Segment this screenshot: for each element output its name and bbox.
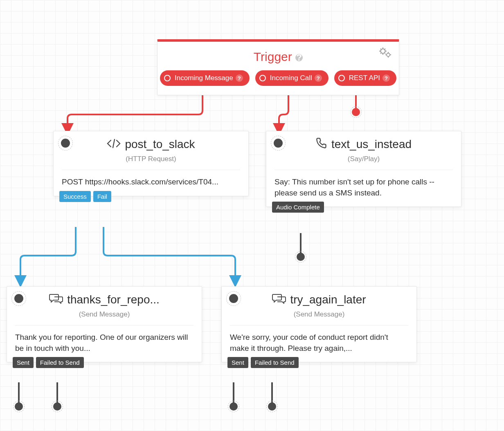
widget-body: Say: This number isn't set up for phone … xyxy=(274,177,453,198)
output-tags: Success Fail xyxy=(59,191,111,202)
input-port[interactable] xyxy=(272,137,284,149)
output-tags: Audio Complete xyxy=(272,202,324,213)
widget-name: thanks_for_repo... xyxy=(67,293,160,306)
trigger-option-incoming-call[interactable]: Incoming Call ? xyxy=(255,70,328,86)
trigger-node[interactable]: Trigger ? Incoming Message ? Incoming Ca… xyxy=(157,39,399,95)
port-trigger-restapi[interactable] xyxy=(352,108,360,116)
radio-icon xyxy=(259,75,266,81)
svg-point-6 xyxy=(381,49,385,54)
widget-type: (Send Message) xyxy=(230,310,408,325)
radio-icon xyxy=(164,75,171,81)
widget-type: (Send Message) xyxy=(15,310,194,325)
help-icon[interactable]: ? xyxy=(315,74,322,82)
port-thanks-failed[interactable] xyxy=(53,402,61,411)
widget-type: (HTTP Request) xyxy=(62,155,240,170)
radio-icon xyxy=(338,75,345,81)
code-icon xyxy=(107,138,121,150)
input-port[interactable] xyxy=(227,292,240,305)
widget-body: POST https://hooks.slack.com/services/T0… xyxy=(62,177,240,188)
message-icon xyxy=(272,293,286,306)
trigger-title: Trigger ? xyxy=(163,50,393,64)
phone-icon xyxy=(316,138,327,151)
widget-thanks-for-reporting[interactable]: thanks_for_repo... (Send Message) Thank … xyxy=(7,286,202,362)
svg-point-15 xyxy=(387,53,390,56)
widget-name: try_again_later xyxy=(290,293,366,306)
output-sent[interactable]: Sent xyxy=(13,357,34,368)
svg-line-14 xyxy=(385,49,385,49)
svg-line-12 xyxy=(385,53,385,54)
output-failed[interactable]: Failed to Send xyxy=(251,357,299,368)
svg-line-13 xyxy=(380,53,381,54)
gears-icon[interactable] xyxy=(379,47,392,60)
svg-line-11 xyxy=(380,49,381,49)
widget-try-again-later[interactable]: try_again_later (Send Message) We're sor… xyxy=(221,286,417,362)
output-failed[interactable]: Failed to Send xyxy=(36,357,84,368)
input-port[interactable] xyxy=(13,292,25,305)
output-fail[interactable]: Fail xyxy=(93,191,111,202)
output-tags: Sent Failed to Send xyxy=(227,357,299,368)
input-port[interactable] xyxy=(59,137,72,149)
output-audio-complete[interactable]: Audio Complete xyxy=(272,202,324,213)
trigger-option-incoming-message[interactable]: Incoming Message ? xyxy=(160,70,250,86)
port-try-sent[interactable] xyxy=(230,402,238,411)
widget-type: (Say/Play) xyxy=(274,155,453,170)
svg-line-20 xyxy=(113,139,115,148)
help-icon[interactable]: ? xyxy=(295,54,303,61)
port-try-failed[interactable] xyxy=(268,402,276,411)
option-label: Incoming Message xyxy=(175,74,233,82)
option-label: REST API xyxy=(349,74,380,82)
trigger-title-text: Trigger xyxy=(254,50,292,63)
output-sent[interactable]: Sent xyxy=(227,357,248,368)
widget-name: text_us_instead xyxy=(331,138,412,151)
help-icon[interactable]: ? xyxy=(382,74,390,82)
trigger-options: Incoming Message ? Incoming Call ? REST … xyxy=(163,70,393,86)
option-label: Incoming Call xyxy=(270,74,312,82)
widget-body: Thank you for reporting. One of our orga… xyxy=(15,332,194,354)
port-thanks-sent[interactable] xyxy=(15,402,23,411)
widget-post-to-slack[interactable]: post_to_slack (HTTP Request) POST https:… xyxy=(53,131,249,196)
port-textus-audiocomplete[interactable] xyxy=(297,253,305,261)
help-icon[interactable]: ? xyxy=(236,74,243,82)
widget-name: post_to_slack xyxy=(125,138,195,151)
trigger-option-rest-api[interactable]: REST API ? xyxy=(334,70,396,86)
widget-text-us-instead[interactable]: text_us_instead (Say/Play) Say: This num… xyxy=(266,131,461,207)
message-icon xyxy=(49,293,63,306)
widget-body: We're sorry, your code of conduct report… xyxy=(230,332,408,354)
output-success[interactable]: Success xyxy=(59,191,91,202)
output-tags: Sent Failed to Send xyxy=(13,357,84,368)
